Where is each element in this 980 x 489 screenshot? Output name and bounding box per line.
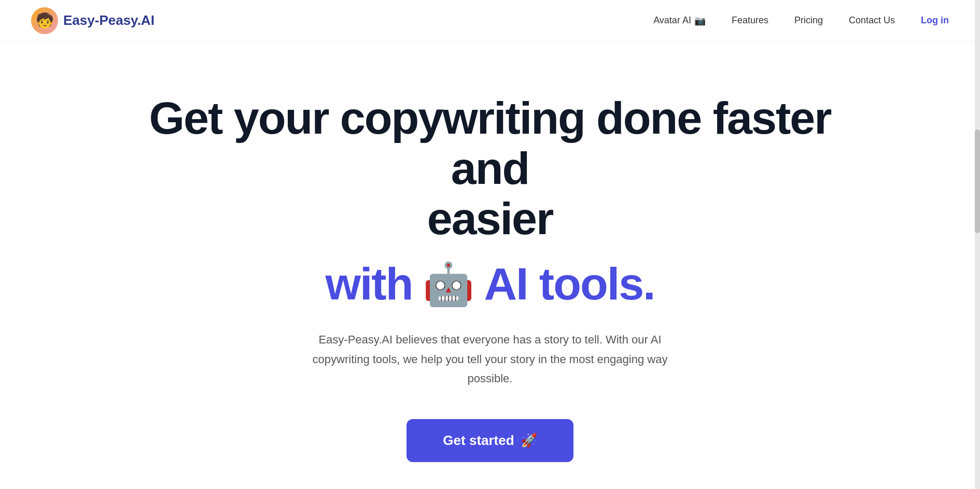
robot-emoji-icon: 🤖 [423,264,473,305]
nav-link-features[interactable]: Features [732,15,768,25]
get-started-button[interactable]: Get started 🚀 [407,419,573,462]
nav-link-pricing[interactable]: Pricing [794,15,823,25]
hero-headline: Get your copywriting done faster and eas… [127,93,853,243]
nav-item-features: Features [732,15,768,26]
nav-item-login: Log in [921,15,949,26]
hero-section: Get your copywriting done faster and eas… [0,41,980,489]
nav-link-contact-us[interactable]: Contact Us [849,15,895,25]
avatar-ai-label: Avatar AI [653,15,691,26]
nav-links: Avatar AI 📷 Features Pricing Contact Us … [653,15,949,26]
logo-link[interactable]: 🧒 Easy-Peasy.AI [31,7,155,34]
subheadline-suffix: AI tools. [484,259,654,309]
subheadline-prefix: with [325,259,412,309]
nav-link-login[interactable]: Log in [921,15,949,25]
scrollbar-thumb[interactable] [975,130,980,233]
hero-subheadline: with 🤖 AI tools. [325,259,654,309]
cta-label: Get started [443,433,514,449]
logo-text: Easy-Peasy.AI [63,12,155,28]
camera-icon: 📷 [694,15,706,26]
nav-item-avatar-ai: Avatar AI 📷 [653,15,706,26]
rocket-emoji-icon: 🚀 [521,433,537,449]
hero-description: Easy-Peasy.AI believes that everyone has… [309,330,671,388]
navigation: 🧒 Easy-Peasy.AI Avatar AI 📷 Features Pri… [0,0,980,41]
nav-item-contact-us: Contact Us [849,15,895,26]
nav-item-pricing: Pricing [794,15,823,26]
logo-icon: 🧒 [31,7,58,34]
nav-link-avatar-ai[interactable]: Avatar AI 📷 [653,15,706,26]
scrollbar-track [975,0,980,489]
